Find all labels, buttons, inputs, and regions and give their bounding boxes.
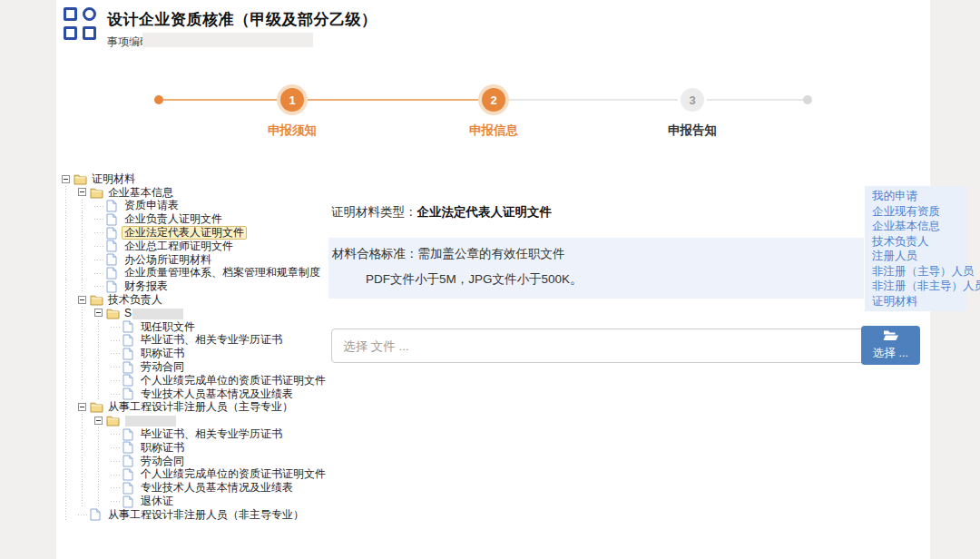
tree-item[interactable]: 职称证书	[62, 441, 334, 455]
side-menu-item[interactable]: 证明材料	[865, 294, 967, 309]
tree-item-label[interactable]: 财务报表	[122, 280, 171, 292]
tree-item-label[interactable]: 专业技术人员基本情况及业绩表	[138, 482, 296, 494]
collapse-toggle-icon[interactable]	[94, 414, 106, 427]
tree-item[interactable]: 专业技术人员基本情况及业绩表	[62, 387, 334, 401]
tree-item-label[interactable]: 劳动合同	[138, 456, 187, 467]
tree-item-label[interactable]: S	[122, 308, 186, 319]
tree-guide-line	[78, 240, 94, 253]
step-2-circle[interactable]: 2	[478, 84, 509, 115]
collapse-toggle-icon[interactable]	[78, 401, 90, 415]
tree-connector	[94, 240, 106, 253]
file-icon	[106, 213, 122, 226]
material-standard-label: 材料合格标准：	[332, 247, 418, 260]
tree-item-label[interactable]: 个人业绩完成单位的资质证书证明文件	[138, 375, 328, 387]
step-1-label[interactable]: 申报须知	[238, 123, 347, 139]
choose-file-button[interactable]: 选择 ...	[861, 326, 920, 365]
tree-item[interactable]: 企业基本信息	[62, 186, 334, 200]
tree-item[interactable]: 现任职文件	[62, 320, 334, 334]
tree-guide-line	[78, 481, 94, 495]
tree-guide-line	[62, 508, 78, 522]
tree-item-label[interactable]: 毕业证书、相关专业学历证书	[138, 334, 285, 346]
tree-connector	[111, 360, 122, 374]
tree-item-label[interactable]: 毕业证书、相关专业学历证书	[138, 428, 285, 440]
tree-item-label[interactable]: 技术负责人	[105, 294, 165, 306]
collapse-toggle-icon[interactable]	[78, 293, 90, 307]
step-1-circle[interactable]: 1	[277, 84, 308, 115]
tree-item[interactable]: 专业技术人员基本情况及业绩表	[62, 481, 334, 495]
side-menu-item[interactable]: 非注册（非主导）人员	[865, 279, 967, 294]
tree-item[interactable]: 个人业绩完成单位的资质证书证明文件	[62, 468, 334, 482]
tree-guide-line	[62, 481, 78, 495]
file-icon	[106, 227, 122, 240]
tree-item[interactable]: 企业总工程师证明文件	[62, 240, 334, 253]
tree-item-label[interactable]: 现任职文件	[138, 321, 198, 333]
tree-item-label[interactable]: 专业技术人员基本情况及业绩表	[138, 388, 296, 400]
tree-item-label[interactable]	[122, 415, 179, 427]
tree-item[interactable]: 劳动合同	[62, 455, 334, 468]
page-left-margin	[0, 0, 56, 559]
tree-item-label[interactable]: 企业法定代表人证明文件	[122, 226, 247, 240]
tree-guide-line	[78, 468, 94, 482]
tree-item-label[interactable]: 职称证书	[138, 442, 187, 454]
tree-item[interactable]: 办公场所证明材料	[62, 253, 334, 267]
tree-item[interactable]: 毕业证书、相关专业学历证书	[62, 427, 334, 441]
side-menu-item[interactable]: 注册人员	[865, 249, 967, 264]
tree-item[interactable]: 技术负责人	[62, 293, 334, 307]
tree-item-label[interactable]: 从事工程设计非注册人员（非主导专业）	[105, 509, 307, 521]
tree-item[interactable]: 证明材料	[62, 172, 334, 186]
tree-item-label[interactable]: 劳动合同	[138, 361, 187, 373]
tree-item-label[interactable]: 企业基本信息	[105, 187, 176, 199]
tree-item[interactable]: 从事工程设计非注册人员（非主导专业）	[62, 508, 334, 522]
tree-item-label[interactable]: 个人业绩完成单位的资质证书证明文件	[138, 468, 328, 480]
side-menu-item[interactable]: 技术负责人	[865, 234, 967, 250]
collapse-toggle-icon[interactable]	[94, 307, 106, 320]
side-menu-item[interactable]: 企业基本信息	[865, 219, 967, 234]
tree-item[interactable]	[62, 414, 334, 427]
stepper-start-dot	[154, 95, 163, 104]
tree-guide-line	[62, 280, 78, 293]
step-2-label[interactable]: 申报信息	[439, 123, 548, 139]
tree-item[interactable]: 职称证书	[62, 347, 334, 360]
side-menu-item[interactable]: 企业现有资质	[865, 204, 967, 220]
tree-item[interactable]: 资质申请表	[62, 200, 334, 213]
redacted-text	[132, 309, 183, 319]
tree-connector	[94, 267, 106, 280]
collapse-toggle-icon[interactable]	[78, 186, 90, 200]
collapse-toggle-icon[interactable]	[62, 172, 74, 186]
tree-item[interactable]: 退休证	[62, 495, 334, 508]
tree-item[interactable]: 从事工程设计非注册人员（主导专业）	[62, 401, 334, 415]
tree-item-label[interactable]: 企业总工程师证明文件	[122, 240, 236, 252]
tree-item-label[interactable]: 办公场所证明材料	[122, 254, 214, 266]
tree-item[interactable]: 个人业绩完成单位的资质证书证明文件	[62, 374, 334, 387]
side-menu-item[interactable]: 非注册（主导）人员	[865, 264, 967, 280]
tree-item-label[interactable]: 企业负责人证明文件	[122, 213, 225, 225]
tree-guide-line	[78, 307, 94, 320]
side-menu-item[interactable]: 我的申请	[865, 189, 967, 204]
file-select-input[interactable]	[331, 329, 873, 363]
tree-item[interactable]: 财务报表	[62, 280, 334, 293]
tree-item-label[interactable]: 从事工程设计非注册人员（主导专业）	[105, 401, 296, 413]
tree-item-label[interactable]: 退休证	[138, 495, 176, 507]
tree-item[interactable]: 企业负责人证明文件	[62, 212, 334, 226]
tree-item-label[interactable]: 企业质量管理体系、档案管理和规章制度	[122, 267, 323, 279]
tree-item[interactable]: S	[62, 307, 334, 320]
step-1-number[interactable]: 1	[280, 88, 304, 112]
tree-connector	[111, 481, 122, 495]
stepper-connector	[308, 99, 478, 101]
app-grid-icon	[64, 7, 96, 40]
tree-item[interactable]: 劳动合同	[62, 360, 334, 374]
tree-guide-line	[62, 226, 78, 240]
tree-item[interactable]: 企业法定代表人证明文件	[62, 226, 334, 240]
tree-item-label[interactable]: 资质申请表	[122, 200, 181, 211]
file-icon	[106, 253, 122, 266]
tree-item-label[interactable]: 证明材料	[89, 173, 138, 185]
step-2-number[interactable]: 2	[482, 88, 505, 112]
step-3-label[interactable]: 申报告知	[638, 123, 747, 139]
tree-guide-line	[62, 212, 78, 226]
tree-item-label[interactable]: 职称证书	[138, 348, 187, 359]
tree-item[interactable]: 毕业证书、相关专业学历证书	[62, 334, 334, 348]
file-icon	[106, 200, 122, 212]
tree-item[interactable]: 企业质量管理体系、档案管理和规章制度	[62, 267, 334, 280]
open-folder-icon	[883, 329, 899, 344]
step-3-circle[interactable]: 3	[681, 88, 704, 112]
